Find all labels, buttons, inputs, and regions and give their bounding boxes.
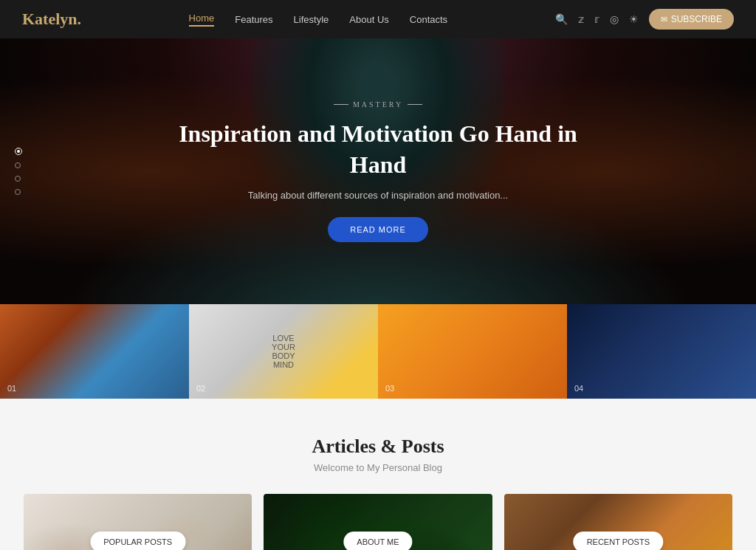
hero-section: MASTERY Inspiration and Motivation Go Ha…: [0, 38, 756, 304]
nav-contacts[interactable]: Contacts: [410, 14, 447, 25]
recent-posts-button[interactable]: RECENT POSTS: [574, 532, 663, 550]
gallery-item-1[interactable]: 01: [0, 304, 189, 399]
about-me-button[interactable]: ABOUT ME: [343, 532, 412, 550]
globe-icon[interactable]: ☀: [629, 13, 639, 26]
hero-subtitle: Talking about different sources of inspi…: [164, 190, 592, 201]
gallery-num-4: 04: [574, 384, 583, 393]
slider-dot-2[interactable]: [15, 162, 21, 168]
gallery-item-2[interactable]: LOVEYOURBODYMIND 02: [189, 304, 378, 399]
articles-title: Articles & Posts: [22, 436, 734, 458]
site-logo[interactable]: Katelyn.: [22, 10, 81, 29]
hero-content: MASTERY Inspiration and Motivation Go Ha…: [149, 86, 607, 256]
article-card-1[interactable]: POPULAR POSTS: [24, 494, 252, 550]
read-more-button[interactable]: READ MORE: [328, 217, 428, 242]
gallery-item-3[interactable]: 03: [378, 304, 567, 399]
header-actions: 🔍 𝕫 𝕣 ◎ ☀ SUBSCRIBE: [555, 9, 734, 30]
subscribe-button[interactable]: SUBSCRIBE: [649, 9, 734, 30]
gallery-num-3: 03: [385, 384, 394, 393]
slider-dot-3[interactable]: [15, 176, 21, 182]
slider-dot-4[interactable]: [15, 189, 21, 195]
nav-about[interactable]: About Us: [349, 14, 388, 25]
gallery-num-1: 01: [7, 384, 16, 393]
main-nav: Home Features Lifestyle About Us Contact…: [189, 13, 448, 27]
hero-tag: MASTERY: [164, 100, 592, 109]
logo-text: Katelyn: [22, 10, 78, 28]
twitter-icon[interactable]: 𝕣: [594, 13, 599, 26]
slider-dot-1[interactable]: [15, 148, 22, 155]
gallery-num-2: 02: [196, 384, 205, 393]
articles-section: Articles & Posts Welcome to My Personal …: [0, 399, 756, 550]
search-icon[interactable]: 🔍: [555, 13, 568, 26]
articles-subtitle: Welcome to My Personal Blog: [22, 462, 734, 473]
logo-dot: .: [78, 10, 82, 28]
gallery-item-4[interactable]: 04: [567, 304, 756, 399]
nav-lifestyle[interactable]: Lifestyle: [294, 14, 329, 25]
facebook-icon[interactable]: 𝕫: [578, 13, 584, 26]
hero-title: Inspiration and Motivation Go Hand in Ha…: [164, 119, 592, 180]
article-card-3[interactable]: RECENT POSTS: [504, 494, 732, 550]
nav-features[interactable]: Features: [235, 14, 272, 25]
gallery-strip: 01 LOVEYOURBODYMIND 02 03 04: [0, 304, 756, 399]
slider-dots: [15, 148, 22, 195]
article-card-2[interactable]: ABOUT ME: [264, 494, 492, 550]
instagram-icon[interactable]: ◎: [610, 13, 619, 26]
articles-grid: POPULAR POSTS ABOUT ME RECENT POSTS: [24, 494, 732, 550]
site-header: Katelyn. Home Features Lifestyle About U…: [0, 0, 756, 38]
articles-header: Articles & Posts Welcome to My Personal …: [22, 436, 734, 473]
popular-posts-button[interactable]: POPULAR POSTS: [90, 532, 185, 550]
nav-home[interactable]: Home: [189, 13, 215, 27]
